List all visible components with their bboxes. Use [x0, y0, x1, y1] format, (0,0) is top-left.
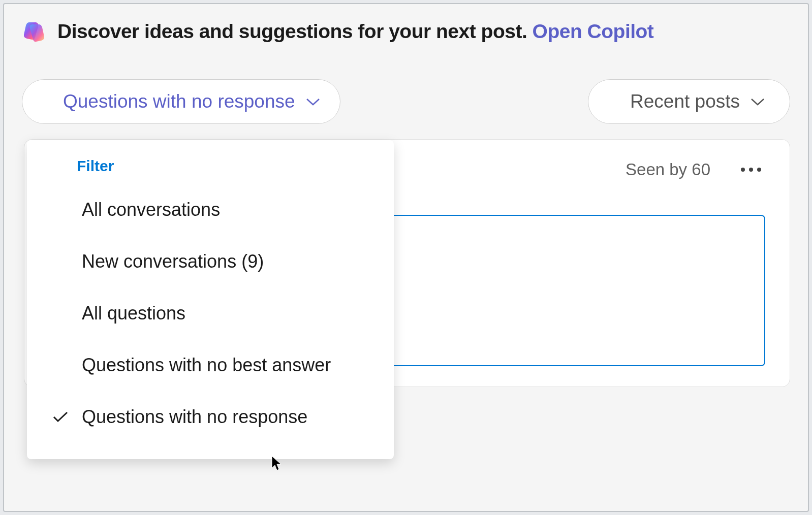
banner-text: Discover ideas and suggestions for your … — [57, 20, 653, 43]
filter-dropdown-menu: Filter All conversations New conversatio… — [27, 140, 394, 459]
mouse-cursor-icon — [271, 455, 283, 471]
sort-dropdown-button[interactable]: Recent posts — [588, 79, 790, 124]
option-label: Questions with no response — [82, 406, 307, 427]
option-label: New conversations (9) — [82, 251, 264, 272]
filter-dropdown-button[interactable]: Questions with no response — [22, 79, 340, 124]
copilot-banner: Discover ideas and suggestions for your … — [22, 19, 790, 44]
more-options-button[interactable] — [737, 164, 765, 176]
chevron-down-icon — [750, 97, 765, 106]
option-label: All questions — [82, 303, 185, 324]
filter-option-all-questions[interactable]: All questions — [27, 287, 394, 339]
dot-icon — [749, 168, 753, 172]
filter-option-all-conversations[interactable]: All conversations — [27, 184, 394, 236]
filter-option-no-response[interactable]: Questions with no response — [27, 391, 394, 443]
chevron-down-icon — [305, 97, 321, 106]
sort-button-label: Recent posts — [630, 91, 740, 112]
filter-option-new-conversations[interactable]: New conversations (9) — [27, 236, 394, 287]
filter-option-no-best-answer[interactable]: Questions with no best answer — [27, 339, 394, 391]
main-container: Discover ideas and suggestions for your … — [3, 3, 809, 512]
copilot-icon — [22, 19, 46, 44]
dropdown-header: Filter — [27, 157, 394, 184]
controls-row: Questions with no response Recent posts — [22, 79, 790, 124]
option-label: All conversations — [82, 199, 220, 220]
option-label: Questions with no best answer — [82, 355, 331, 375]
seen-by-label: Seen by 60 — [626, 160, 710, 179]
checkmark-icon — [52, 411, 69, 423]
filter-button-label: Questions with no response — [63, 91, 295, 112]
open-copilot-link[interactable]: Open Copilot — [533, 20, 654, 42]
dot-icon — [757, 168, 761, 172]
banner-message: Discover ideas and suggestions for your … — [57, 20, 533, 42]
dot-icon — [741, 168, 745, 172]
